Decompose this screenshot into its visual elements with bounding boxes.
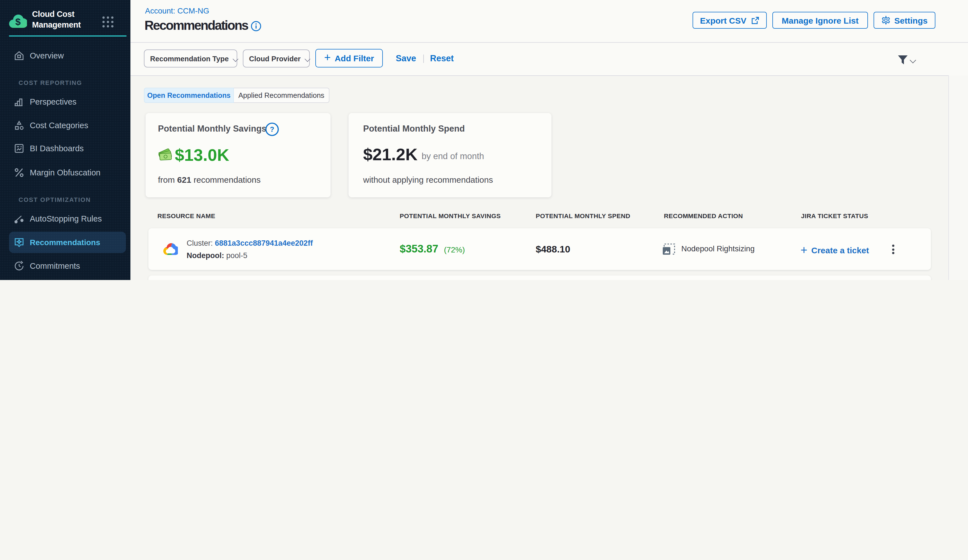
svg-text:?: ? — [270, 125, 274, 133]
svg-text:$: $ — [15, 16, 21, 27]
